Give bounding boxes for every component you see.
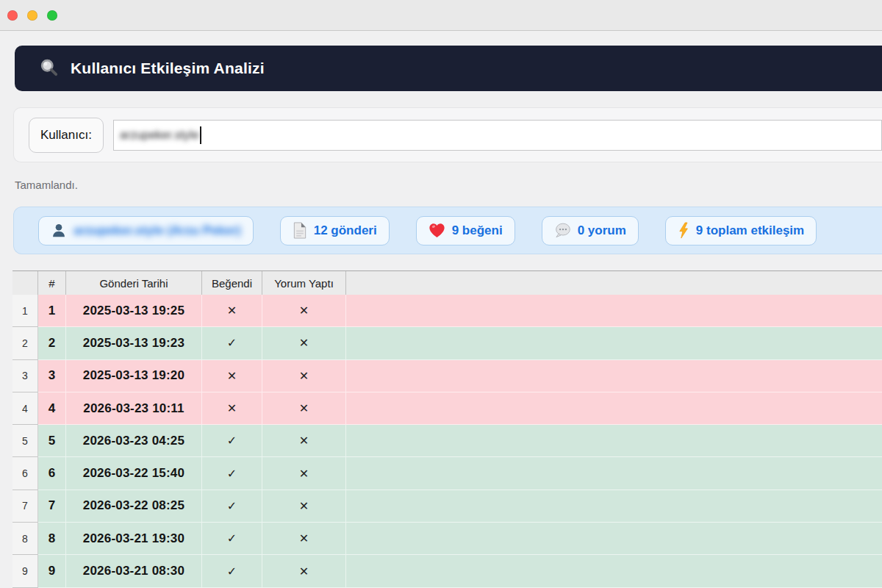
- summary-badge-posts-label: 12 gönderi: [314, 223, 377, 238]
- cell-post-date: 2025-03-13 19:25: [66, 295, 202, 327]
- column-header-filler: [346, 271, 882, 295]
- page-title: Kullanıcı Etkileşim Analizi: [71, 60, 265, 77]
- row-gutter-index: 9: [12, 555, 38, 587]
- table-row[interactable]: 5 5 2026-03-23 04:25 ✓ ✕: [12, 425, 882, 457]
- cell-post-date: 2025-03-13 19:20: [66, 360, 202, 392]
- cell-liked: ✓: [202, 327, 262, 359]
- summary-badge-total: 9 toplam etkileşim: [665, 216, 817, 245]
- table-header-row: # Gönderi Tarihi Beğendi Yorum Yaptı: [12, 270, 882, 295]
- cell-liked: ✓: [202, 523, 262, 555]
- cell-liked: ✓: [202, 425, 262, 457]
- summary-badge-posts: 12 gönderi: [280, 216, 390, 245]
- row-gutter-index: 1: [12, 295, 38, 327]
- column-header-index: #: [38, 271, 66, 295]
- speech-bubble-icon: [554, 223, 571, 238]
- status-text: Tamamlandı.: [15, 179, 882, 191]
- table-row[interactable]: 2 2 2025-03-13 19:23 ✓ ✕: [12, 327, 882, 359]
- summary-badge-comments: 0 yorum: [542, 216, 639, 245]
- cell-liked: ✕: [202, 360, 262, 392]
- cell-commented: ✕: [262, 327, 346, 359]
- row-gutter-index: 8: [12, 523, 38, 555]
- cell-post-number: 9: [38, 555, 66, 587]
- table-row[interactable]: 8 8 2026-03-21 19:30 ✓ ✕: [12, 523, 882, 555]
- cell-liked: ✕: [202, 295, 262, 327]
- gutter-header-cell: [12, 271, 38, 295]
- cell-commented: ✕: [262, 295, 346, 327]
- heart-icon: [429, 223, 445, 238]
- cell-post-number: 8: [38, 523, 66, 555]
- cell-filler: [346, 360, 882, 392]
- cell-post-number: 5: [38, 425, 66, 457]
- cell-liked: ✕: [202, 392, 262, 425]
- cell-filler: [346, 457, 882, 490]
- table-row[interactable]: 3 3 2025-03-13 19:20 ✕ ✕: [12, 360, 882, 392]
- cell-filler: [346, 490, 882, 523]
- cell-filler: [346, 425, 882, 457]
- row-gutter-index: 4: [12, 392, 38, 425]
- cell-commented: ✕: [262, 490, 346, 523]
- zoom-window-button[interactable]: [47, 10, 57, 21]
- table-body: 1 1 2025-03-13 19:25 ✕ ✕ 2 2 2025-03-13 …: [12, 295, 882, 588]
- table-row[interactable]: 4 4 2026-03-23 10:11 ✕ ✕: [12, 392, 882, 425]
- cell-post-number: 1: [38, 295, 66, 327]
- cell-commented: ✕: [262, 523, 346, 555]
- cell-filler: [346, 295, 882, 327]
- cell-post-date: 2026-03-22 08:25: [66, 490, 202, 523]
- document-icon: [293, 222, 307, 239]
- table-row[interactable]: 1 1 2025-03-13 19:25 ✕ ✕: [12, 295, 882, 327]
- cell-filler: [346, 555, 882, 587]
- cell-post-number: 2: [38, 327, 66, 359]
- cell-post-date: 2026-03-21 19:30: [66, 523, 202, 555]
- row-gutter-index: 5: [12, 425, 38, 457]
- query-panel: Kullanıcı: arzupeker.style: [13, 107, 882, 162]
- cell-post-number: 4: [38, 392, 66, 425]
- summary-badge-user: arzupeker.style (Arzu Peker): [38, 216, 254, 245]
- minimize-window-button[interactable]: [27, 10, 37, 21]
- window-titlebar: [0, 0, 882, 31]
- username-label: Kullanıcı:: [29, 118, 104, 153]
- cell-post-date: 2026-03-23 04:25: [66, 425, 202, 457]
- cell-liked: ✓: [202, 555, 262, 587]
- cell-commented: ✕: [262, 360, 346, 392]
- cell-liked: ✓: [202, 457, 262, 490]
- cell-filler: [346, 523, 882, 555]
- cell-post-number: 7: [38, 490, 66, 523]
- text-cursor: [200, 126, 201, 144]
- table-row[interactable]: 7 7 2026-03-22 08:25 ✓ ✕: [12, 490, 882, 523]
- app-header-bar: Kullanıcı Etkileşim Analizi: [15, 46, 882, 91]
- app-window: Kullanıcı Etkileşim Analizi Kullanıcı: a…: [0, 0, 882, 588]
- table-row[interactable]: 6 6 2026-03-22 15:40 ✓ ✕: [12, 457, 882, 490]
- column-header-post-date: Gönderi Tarihi: [66, 271, 202, 295]
- summary-badge-user-label: arzupeker.style (Arzu Peker): [74, 223, 241, 238]
- cell-post-date: 2026-03-22 15:40: [66, 457, 202, 490]
- cell-liked: ✓: [202, 490, 262, 523]
- row-gutter-index: 2: [12, 327, 38, 359]
- magnifier-icon: [39, 57, 59, 80]
- username-input[interactable]: arzupeker.style: [113, 120, 882, 151]
- cell-post-date: 2026-03-23 10:11: [66, 392, 202, 425]
- cell-post-number: 6: [38, 457, 66, 490]
- user-icon: [51, 222, 67, 239]
- cell-post-date: 2026-03-21 08:30: [66, 555, 202, 587]
- row-gutter-index: 7: [12, 490, 38, 523]
- row-gutter-index: 3: [12, 360, 38, 392]
- summary-panel: arzupeker.style (Arzu Peker) 12 gönderi …: [13, 207, 882, 254]
- cell-post-number: 3: [38, 360, 66, 392]
- lightning-icon: [678, 222, 689, 239]
- row-gutter-index: 6: [12, 457, 38, 490]
- cell-commented: ✕: [262, 392, 346, 425]
- column-header-commented: Yorum Yaptı: [262, 271, 346, 295]
- username-value: arzupeker.style: [120, 129, 199, 142]
- results-table: # Gönderi Tarihi Beğendi Yorum Yaptı 1 1…: [12, 270, 882, 588]
- summary-badge-comments-label: 0 yorum: [578, 223, 626, 238]
- cell-commented: ✕: [262, 555, 346, 587]
- summary-badge-total-label: 9 toplam etkileşim: [696, 223, 804, 238]
- table-row[interactable]: 9 9 2026-03-21 08:30 ✓ ✕: [12, 555, 882, 587]
- cell-filler: [346, 327, 882, 359]
- cell-filler: [346, 392, 882, 425]
- cell-commented: ✕: [262, 425, 346, 457]
- close-window-button[interactable]: [7, 10, 18, 21]
- summary-badge-likes-label: 9 beğeni: [452, 223, 503, 238]
- summary-badge-likes: 9 beğeni: [416, 216, 515, 245]
- cell-commented: ✕: [262, 457, 346, 490]
